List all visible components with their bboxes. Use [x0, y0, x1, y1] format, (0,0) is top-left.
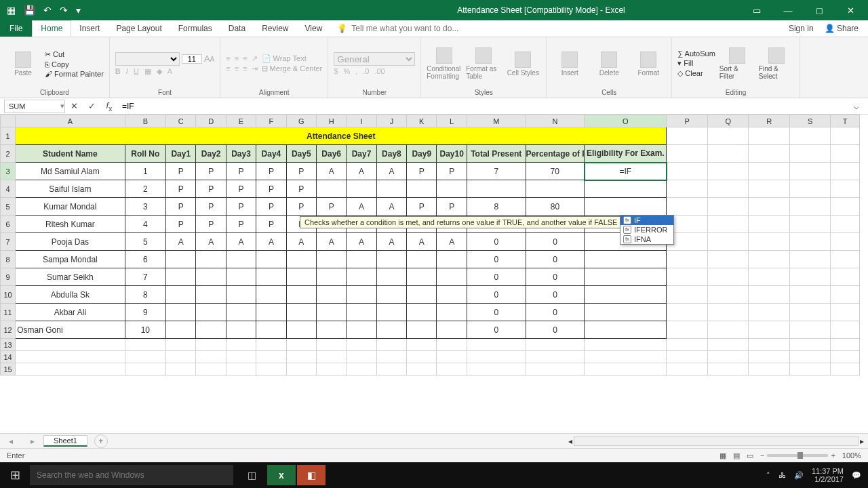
table-header-cell[interactable]: Day5 — [286, 145, 316, 163]
table-header-cell[interactable]: Day1 — [166, 145, 196, 163]
tab-insert[interactable]: Insert — [71, 20, 108, 37]
paste-button[interactable]: Paste — [5, 52, 41, 77]
cell[interactable]: P — [407, 198, 437, 216]
cell[interactable]: P — [437, 163, 467, 180]
cell[interactable] — [376, 304, 406, 321]
tab-review[interactable]: Review — [254, 20, 296, 37]
cell[interactable]: 0 — [526, 251, 585, 268]
maximize-icon[interactable]: ◻ — [806, 5, 833, 16]
hscroll-left-icon[interactable]: ◂ — [568, 436, 572, 446]
row-header-5[interactable]: 5 — [1, 198, 16, 216]
cell[interactable]: Md Samiul Alam — [16, 163, 125, 180]
table-header-cell[interactable]: Student Name — [16, 145, 125, 163]
cell[interactable]: A — [166, 233, 196, 251]
cell[interactable] — [256, 268, 286, 286]
cut-button[interactable]: ✂ Cut — [45, 50, 104, 59]
cell[interactable]: P — [196, 198, 226, 216]
cell[interactable] — [166, 251, 196, 268]
cell[interactable] — [166, 268, 196, 286]
cell[interactable] — [585, 286, 667, 304]
cell[interactable]: Sumar Seikh — [16, 268, 125, 286]
cell[interactable] — [316, 321, 346, 339]
cell[interactable] — [286, 268, 316, 286]
cell[interactable]: Osman Goni — [16, 321, 125, 339]
cell[interactable]: Saiful Islam — [16, 180, 125, 198]
cell[interactable]: Ritesh Kumar — [16, 216, 125, 233]
font-name-select[interactable] — [115, 52, 180, 66]
cell[interactable]: A — [226, 233, 256, 251]
cell[interactable] — [407, 321, 437, 339]
cell[interactable] — [316, 251, 346, 268]
cell[interactable]: P — [226, 216, 256, 233]
ribbon-display-icon[interactable]: ▭ — [743, 5, 770, 16]
cell[interactable]: 7 — [467, 163, 526, 180]
cell[interactable] — [407, 286, 437, 304]
format-cells-button[interactable]: Format — [631, 52, 666, 77]
fx-icon[interactable]: fx — [100, 100, 118, 113]
cell[interactable] — [376, 321, 406, 339]
close-icon[interactable]: ✕ — [837, 5, 864, 16]
cell[interactable] — [256, 304, 286, 321]
cell[interactable]: P — [286, 198, 316, 216]
tray-network-icon[interactable]: 🖧 — [778, 471, 786, 479]
cell[interactable]: P — [407, 163, 437, 180]
col-header-G[interactable]: G — [286, 115, 316, 127]
formula-input[interactable] — [118, 102, 848, 111]
cell[interactable]: Kumar Mondal — [16, 198, 125, 216]
col-header-Q[interactable]: Q — [707, 115, 749, 127]
cell[interactable]: A — [376, 233, 406, 251]
cell[interactable] — [256, 251, 286, 268]
row-header-2[interactable]: 2 — [1, 145, 16, 163]
col-header-M[interactable]: M — [467, 115, 526, 127]
fill-button[interactable]: ▾ Fill — [677, 59, 715, 68]
cell[interactable] — [437, 286, 467, 304]
border-button[interactable]: ▦ — [144, 67, 151, 76]
cell[interactable]: Abdulla Sk — [16, 286, 125, 304]
font-color-button[interactable]: A — [167, 67, 172, 76]
cell[interactable]: A — [376, 163, 406, 180]
row-header-13[interactable]: 13 — [1, 339, 16, 351]
tab-page-layout[interactable]: Page Layout — [108, 20, 170, 37]
col-header-E[interactable]: E — [226, 115, 256, 127]
cell[interactable] — [437, 321, 467, 339]
cell[interactable] — [585, 268, 667, 286]
cell[interactable] — [376, 268, 406, 286]
sheet-nav-next-icon[interactable]: ▸ — [22, 436, 43, 446]
italic-button[interactable]: I — [126, 67, 128, 76]
table-header-cell[interactable]: Percentage of Present — [526, 145, 585, 163]
cell[interactable]: 7 — [125, 268, 166, 286]
cell[interactable] — [585, 198, 667, 216]
align-center-icon[interactable]: ≡ — [235, 64, 239, 73]
cell[interactable] — [256, 286, 286, 304]
cell[interactable] — [376, 286, 406, 304]
cell[interactable] — [196, 268, 226, 286]
cell[interactable]: P — [166, 216, 196, 233]
view-page-layout-icon[interactable]: ▤ — [733, 451, 740, 460]
col-header-S[interactable]: S — [789, 115, 831, 127]
cell[interactable]: Akbar Ali — [16, 304, 125, 321]
number-format-select[interactable]: General — [334, 52, 415, 66]
cell[interactable]: P — [196, 180, 226, 198]
col-header-L[interactable]: L — [437, 115, 467, 127]
cell[interactable]: P — [256, 198, 286, 216]
align-middle-icon[interactable]: ≡ — [235, 54, 239, 63]
table-header-cell[interactable]: Day7 — [347, 145, 376, 163]
table-header-cell[interactable]: Day10 — [437, 145, 467, 163]
cell[interactable]: 80 — [526, 198, 585, 216]
table-header-cell[interactable]: Day2 — [196, 145, 226, 163]
cell[interactable]: 0 — [526, 286, 585, 304]
cell[interactable] — [316, 180, 346, 198]
cell[interactable] — [467, 180, 526, 198]
cell[interactable] — [585, 321, 667, 339]
zoom-slider[interactable]: − + — [760, 451, 835, 460]
cell[interactable] — [166, 321, 196, 339]
cell[interactable]: 9 — [125, 304, 166, 321]
tell-me-input[interactable]: 💡Tell me what you want to do... — [337, 20, 458, 37]
decrease-decimal-icon[interactable]: .00 — [374, 67, 384, 75]
format-as-table-button[interactable]: Format as Table — [466, 47, 501, 80]
cell[interactable]: P — [196, 216, 226, 233]
col-header-T[interactable]: T — [831, 115, 860, 127]
col-header-F[interactable]: F — [256, 115, 286, 127]
col-header-A[interactable]: A — [16, 115, 125, 127]
cell[interactable]: 0 — [467, 268, 526, 286]
